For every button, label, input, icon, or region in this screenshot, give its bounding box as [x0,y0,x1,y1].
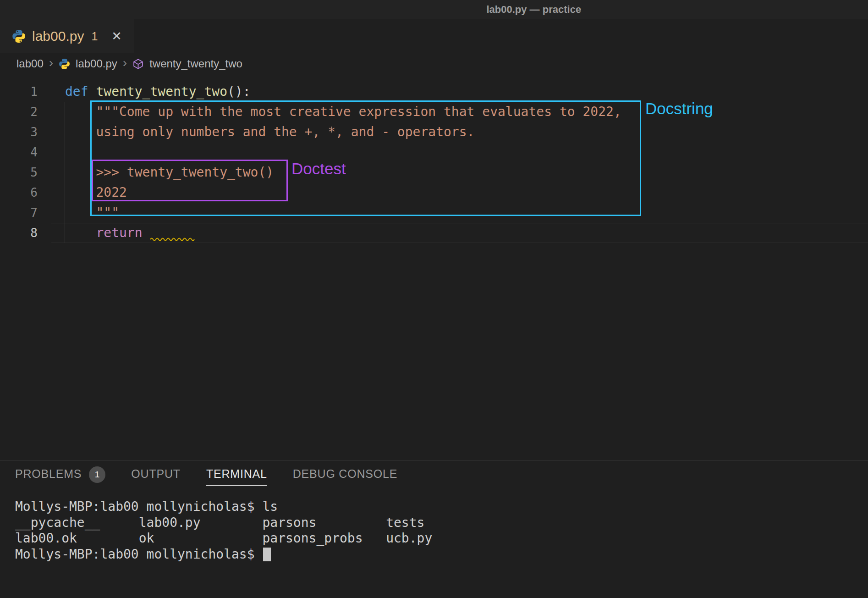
terminal-output[interactable]: Mollys-MBP:lab00 mollynicholas$ ls __pyc… [0,493,868,562]
code-token: def [65,84,96,99]
code-token: 2022 [65,185,127,200]
chevron-right-icon: › [123,56,127,69]
line-number: 3 [0,122,51,142]
terminal-line: Mollys-MBP:lab00 mollynicholas$ [15,547,868,563]
code-line[interactable]: 6 2022 [0,183,868,203]
line-number: 8 [0,223,51,243]
line-number: 1 [0,82,51,102]
current-line-highlight [51,223,868,243]
tab-lab00-py[interactable]: lab00.py 1 ✕ [0,19,134,53]
code-token: """Come up with the most creative expres… [65,104,621,119]
window-title: lab00.py — practice [486,4,581,16]
terminal-prompt: Mollys-MBP:lab00 mollynicholas$ [15,547,262,562]
python-icon [12,29,26,43]
tab-output[interactable]: OUTPUT [131,467,181,486]
chevron-right-icon: › [49,56,53,69]
titlebar: lab00.py — practice [0,0,868,19]
tab-debug-console[interactable]: DEBUG CONSOLE [293,467,398,486]
code-token: """ [65,205,119,220]
vscode-window: lab00.py — practice lab00.py 1 ✕ lab00 ›… [0,0,868,598]
tab-terminal[interactable]: TERMINAL [206,467,267,486]
line-number: 4 [0,142,51,162]
panel-tab-label: TERMINAL [206,467,267,486]
code-token: >>> twenty_twenty_two() [65,165,274,180]
terminal-line: Mollys-MBP:lab00 mollynicholas$ ls [15,499,868,515]
python-icon [59,58,70,70]
line-number: 7 [0,203,51,223]
code-line[interactable]: 3 using only numbers and the +, *, and -… [0,122,868,142]
indent-guide [65,102,65,243]
line-number: 5 [0,162,51,183]
panel-tab-label: PROBLEMS [15,467,82,486]
panel-tab-label: OUTPUT [131,467,181,486]
tab-problems-badge: 1 [91,30,98,43]
code-token: (): [227,84,251,99]
code-line[interactable]: 1 def twenty_twenty_two(): [0,82,868,102]
code-line[interactable]: 7 """ [0,203,868,223]
line-number: 2 [0,102,51,122]
tab-label: lab00.py [32,28,84,44]
terminal-line: lab00.ok ok parsons_probs ucb.py [15,531,868,547]
panel-tab-label: DEBUG CONSOLE [293,467,398,486]
line-number: 6 [0,183,51,203]
breadcrumb: lab00 › lab00.py › twenty_twenty_two [0,53,868,74]
breadcrumb-symbol[interactable]: twenty_twenty_two [149,57,242,70]
code-line[interactable]: 4 [0,142,868,162]
problems-count-badge: 1 [89,466,105,483]
breadcrumb-file[interactable]: lab00.py [76,57,117,70]
symbol-cube-icon [132,58,144,70]
close-icon[interactable]: ✕ [111,29,122,44]
bottom-panel: PROBLEMS 1 OUTPUT TERMINAL DEBUG CONSOLE… [0,460,868,598]
code-editor[interactable]: 1 def twenty_twenty_two(): 2 """Come up … [0,74,868,460]
terminal-line: __pycache__ lab00.py parsons tests [15,515,868,531]
editor-tabbar: lab00.py 1 ✕ [0,19,868,53]
breadcrumb-folder[interactable]: lab00 [16,57,44,70]
panel-tabbar: PROBLEMS 1 OUTPUT TERMINAL DEBUG CONSOLE [0,460,868,493]
code-token: twenty_twenty_two [96,84,227,99]
terminal-cursor [263,548,271,561]
code-line[interactable]: 5 >>> twenty_twenty_two() [0,162,868,183]
tab-problems[interactable]: PROBLEMS 1 [15,466,105,487]
code-token: using only numbers and the +, *, and - o… [65,124,474,139]
code-line[interactable]: 2 """Come up with the most creative expr… [0,102,868,122]
